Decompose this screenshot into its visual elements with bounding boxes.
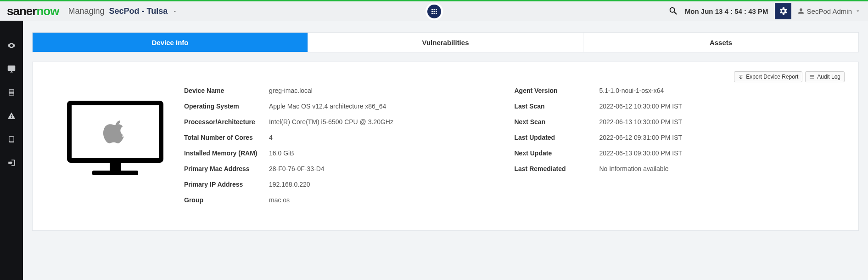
panel-actions: Export Device Report Audit Log xyxy=(46,71,845,82)
content: Device Info Vulnerabilities Assets Expor… xyxy=(23,21,868,242)
document-icon[interactable] xyxy=(7,88,16,98)
sidebar xyxy=(0,21,23,242)
audit-log-button[interactable]: Audit Log xyxy=(805,71,845,82)
managing-selector[interactable]: Managing SecPod - Tulsa xyxy=(68,6,177,16)
val-next-scan: 2022-06-13 10:30:00 PM IST xyxy=(599,118,683,126)
info-col-left: Device Namegreg-imac.local Operating Sys… xyxy=(184,87,515,212)
apps-button[interactable] xyxy=(426,3,443,20)
managing-org: SecPod - Tulsa xyxy=(109,6,168,16)
device-info-panel: Export Device Report Audit Log xyxy=(32,62,859,231)
eye-icon[interactable] xyxy=(7,41,16,51)
lbl-os: Operating System xyxy=(184,103,269,110)
lbl-ip: Primary IP Address xyxy=(184,181,269,188)
lbl-agent: Agent Version xyxy=(515,87,599,94)
chevron-down-icon xyxy=(855,8,861,14)
alert-icon[interactable] xyxy=(7,112,16,121)
tabs: Device Info Vulnerabilities Assets xyxy=(32,32,859,52)
lbl-ram: Installed Memory (RAM) xyxy=(184,149,269,157)
tab-device-info[interactable]: Device Info xyxy=(33,33,308,52)
val-cores: 4 xyxy=(269,134,273,141)
lbl-next-scan: Next Scan xyxy=(515,118,599,126)
lbl-proc: Processor/Architecture xyxy=(184,118,269,126)
clock: Mon Jun 13 4 : 54 : 43 PM xyxy=(685,7,768,15)
book-icon[interactable] xyxy=(7,135,16,145)
lbl-mac: Primary Mac Address xyxy=(184,165,269,172)
device-image xyxy=(46,87,184,179)
info-grid: Device Namegreg-imac.local Operating Sys… xyxy=(46,87,845,212)
val-last-upd: 2022-06-12 09:31:00 PM IST xyxy=(599,134,683,141)
val-os: Apple Mac OS v12.4 architecture x86_64 xyxy=(269,103,386,110)
logo[interactable]: sanernow xyxy=(7,4,59,18)
logout-icon[interactable] xyxy=(7,159,16,168)
tab-vulnerabilities[interactable]: Vulnerabilities xyxy=(308,33,583,52)
settings-button[interactable] xyxy=(775,3,791,19)
lbl-cores: Total Number of Cores xyxy=(184,134,269,141)
user-name: SecPod Admin xyxy=(807,7,852,15)
val-next-upd: 2022-06-13 09:30:00 PM IST xyxy=(599,149,683,157)
val-last-rem: No Information available xyxy=(599,165,669,172)
val-last-scan: 2022-06-12 10:30:00 PM IST xyxy=(599,103,683,110)
search-icon[interactable] xyxy=(668,6,678,16)
lbl-group: Group xyxy=(184,196,269,204)
val-ram: 16.0 GiB xyxy=(269,149,294,157)
val-proc: Intel(R) Core(TM) i5-6500 CPU @ 3.20GHz xyxy=(269,118,393,126)
lbl-device-name: Device Name xyxy=(184,87,269,94)
val-mac: 28-F0-76-0F-33-D4 xyxy=(269,165,325,172)
info-col-right: Agent Version5.1-1.0-noui-1-osx-x64 Last… xyxy=(515,87,845,212)
val-agent: 5.1-1.0-noui-1-osx-x64 xyxy=(599,87,664,94)
lbl-next-upd: Next Update xyxy=(515,149,599,157)
monitor-icon[interactable] xyxy=(7,65,16,74)
val-ip: 192.168.0.220 xyxy=(269,181,310,188)
val-device-name: greg-imac.local xyxy=(269,87,313,94)
topbar: sanernow Managing SecPod - Tulsa Mon Jun… xyxy=(0,0,868,21)
val-group: mac os xyxy=(269,196,290,204)
svg-rect-1 xyxy=(110,160,121,171)
export-device-report-button[interactable]: Export Device Report xyxy=(734,71,802,82)
lbl-last-upd: Last Updated xyxy=(515,134,599,141)
lbl-last-rem: Last Remediated xyxy=(515,165,599,172)
export-label: Export Device Report xyxy=(746,74,798,80)
lbl-last-scan: Last Scan xyxy=(515,103,599,110)
managing-label: Managing xyxy=(68,6,104,16)
chevron-down-icon xyxy=(173,9,177,15)
svg-rect-2 xyxy=(92,171,138,175)
info-columns: Device Namegreg-imac.local Operating Sys… xyxy=(184,87,845,212)
user-menu[interactable]: SecPod Admin xyxy=(798,7,861,15)
audit-label: Audit Log xyxy=(817,74,840,80)
topbar-right: Mon Jun 13 4 : 54 : 43 PM SecPod Admin xyxy=(668,3,861,19)
tab-assets[interactable]: Assets xyxy=(583,33,858,52)
